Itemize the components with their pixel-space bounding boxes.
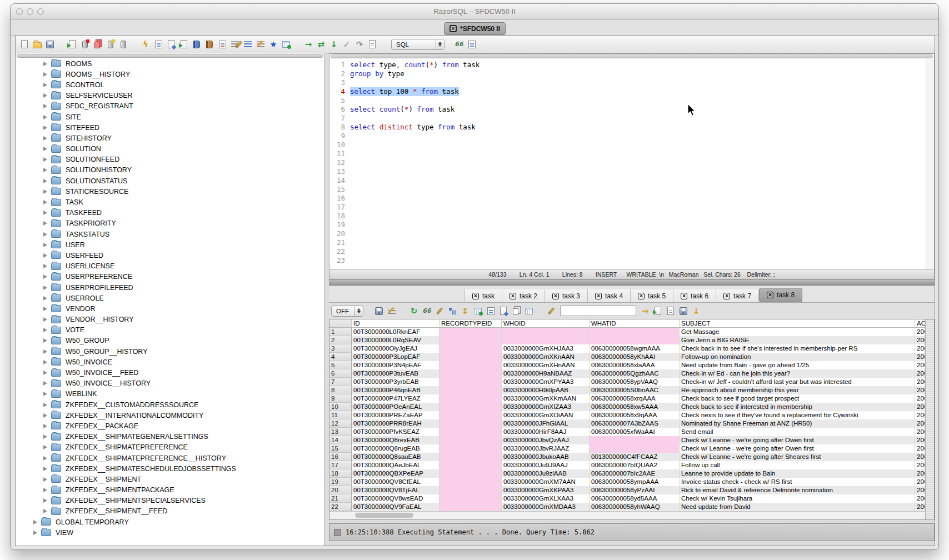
database-cylinder-icon[interactable] bbox=[118, 39, 129, 50]
tree-item[interactable]: ROOMS__HISTORY bbox=[16, 69, 324, 79]
results-tab-task-5[interactable]: ×task 5 bbox=[631, 289, 673, 302]
disclosure-triangle-icon[interactable] bbox=[43, 211, 47, 215]
results-tab-task-4[interactable]: ×task 4 bbox=[588, 289, 631, 302]
tree-item[interactable]: USERPROFILEFEED bbox=[16, 282, 324, 293]
grid-row[interactable]: 2100T3000000QV8wsEAD0033000000GmXLXAA300… bbox=[329, 494, 925, 503]
column-select-icon[interactable] bbox=[485, 306, 496, 317]
disclosure-triangle-icon[interactable] bbox=[43, 477, 47, 482]
disclosure-triangle-icon[interactable] bbox=[43, 179, 47, 183]
disclosure-triangle-icon[interactable] bbox=[43, 413, 47, 418]
disclosure-triangle-icon[interactable] bbox=[43, 147, 47, 151]
disclosure-triangle-icon[interactable] bbox=[43, 498, 47, 503]
grid-column-header[interactable]: WHATID bbox=[590, 319, 680, 328]
close-tab-icon[interactable]: × bbox=[510, 293, 516, 299]
disclosure-triangle-icon[interactable] bbox=[43, 434, 47, 439]
disclosure-triangle-icon[interactable] bbox=[43, 445, 47, 449]
disclosure-triangle-icon[interactable] bbox=[43, 232, 47, 237]
results-tab-task-3[interactable]: ×task 3 bbox=[545, 289, 588, 302]
tree-item[interactable]: ZKFEDEX__SHIPMATEPREFERENCE bbox=[16, 442, 324, 453]
grid-row[interactable]: 1200T3000000PRR8rEAH0033000000JFhGlAAL00… bbox=[329, 419, 925, 428]
code-line[interactable]: 13 bbox=[333, 167, 926, 176]
tree-item[interactable]: VOTE bbox=[16, 325, 324, 336]
rollback-arrow-icon[interactable]: ↷ bbox=[354, 39, 365, 50]
tree-item[interactable]: GLOBAL TEMPORARY bbox=[16, 517, 324, 527]
statement-type-select[interactable]: SQL bbox=[391, 39, 444, 50]
grid-column-header[interactable]: AC bbox=[915, 319, 925, 328]
table-refresh-icon[interactable] bbox=[472, 306, 483, 317]
minimize-window-button[interactable] bbox=[27, 8, 33, 15]
disclosure-triangle-icon[interactable] bbox=[43, 467, 47, 471]
results-tab-task-6[interactable]: ×task 6 bbox=[673, 289, 716, 302]
code-line[interactable]: 11 bbox=[333, 149, 926, 158]
disclosure-triangle-icon[interactable] bbox=[43, 200, 47, 204]
code-line[interactable]: 20 bbox=[333, 229, 926, 238]
grid-row[interactable]: 100T3000000L0RknEAFGet Massage200 bbox=[329, 328, 925, 336]
commit-check-icon[interactable]: ✓ bbox=[341, 39, 352, 50]
search-go-arrow-icon[interactable]: → bbox=[640, 306, 651, 317]
tree-item[interactable]: SITEFEED bbox=[16, 122, 324, 133]
tree-item[interactable]: SOLUTIONHISTORY bbox=[16, 165, 324, 176]
disclosure-triangle-icon[interactable] bbox=[43, 338, 47, 343]
edit-page-icon[interactable] bbox=[166, 39, 177, 50]
tree-item[interactable]: ZKFEDEX__SHIPMATEGENERALSETTINGS bbox=[16, 432, 324, 442]
grid-row[interactable]: 1000T3000000POeAnEAL0033000000GmXIZAA300… bbox=[329, 403, 925, 411]
grid-row[interactable]: 600T3000000P3tuvEAB0033000000H9aNBAAZ006… bbox=[329, 369, 925, 378]
results-list-icon[interactable] bbox=[466, 39, 477, 50]
disclosure-triangle-icon[interactable] bbox=[43, 286, 47, 290]
sort-updown-icon[interactable]: ↕ bbox=[459, 306, 471, 317]
disclosure-triangle-icon[interactable] bbox=[43, 371, 47, 375]
tree-item[interactable]: ZKFEDEX__INTERNATIONALCOMMODITY bbox=[16, 410, 324, 421]
code-line[interactable]: 10 bbox=[333, 141, 926, 149]
close-tab-icon[interactable]: × bbox=[723, 293, 730, 299]
code-line[interactable]: 18 bbox=[333, 212, 926, 221]
disclosure-triangle-icon[interactable] bbox=[43, 328, 47, 332]
tree-item[interactable]: SOLUTION bbox=[16, 144, 324, 154]
table-copy-icon[interactable] bbox=[523, 306, 535, 317]
grid-row[interactable]: 500T3000000P3N4pEAF0033000000GmXHnAAN006… bbox=[329, 361, 925, 369]
grid-row[interactable]: 1600T3000000Q8sauEAB0033000000JbukoAAB00… bbox=[329, 453, 925, 461]
code-line[interactable]: 1select type, count(*) from task bbox=[333, 61, 926, 69]
tree-top-scrollbar[interactable] bbox=[17, 54, 323, 58]
tree-item[interactable]: ZKFEDEX__SHIPMENTPACKAGE bbox=[16, 485, 324, 496]
code-line[interactable]: 15 bbox=[333, 185, 926, 194]
grid-row[interactable]: 800T3000000P46qnEAB0033000000H9i0pAAB006… bbox=[329, 386, 925, 394]
book-blue-icon[interactable] bbox=[191, 39, 202, 50]
code-line[interactable]: 16 bbox=[333, 194, 926, 203]
import-alert-icon[interactable] bbox=[79, 39, 91, 50]
disclosure-triangle-icon[interactable] bbox=[43, 83, 47, 87]
code-line[interactable]: 8select distinct type from task bbox=[333, 123, 926, 132]
describe-glasses-icon[interactable]: 66 bbox=[453, 39, 464, 50]
disclosure-triangle-icon[interactable] bbox=[43, 488, 47, 492]
tree-item[interactable]: W50_INVOICE__HISTORY bbox=[16, 378, 324, 389]
grid-column-header[interactable]: SUBJECT bbox=[680, 319, 915, 328]
tree-item[interactable]: USERFEED bbox=[16, 250, 324, 261]
grid-column-header[interactable]: ID bbox=[352, 319, 439, 328]
tree-item[interactable]: VENDOR bbox=[16, 303, 324, 314]
export-table-icon[interactable] bbox=[105, 39, 116, 50]
disclosure-triangle-icon[interactable] bbox=[43, 62, 47, 66]
favorites-star-icon[interactable]: ★ bbox=[268, 39, 279, 50]
execute-lightning-icon[interactable]: ϟ bbox=[140, 39, 151, 50]
limit-stepper-icon[interactable] bbox=[354, 306, 363, 316]
code-line[interactable]: 6select count(*) from task bbox=[333, 105, 926, 114]
tree-item[interactable]: TASKFEED bbox=[16, 208, 324, 218]
save-grid-icon[interactable] bbox=[678, 306, 689, 317]
tree-item[interactable]: TASKSTATUS bbox=[16, 229, 324, 239]
grid-row[interactable]: 1100T3000000PREZaEAP0033000000GmXOiAAN00… bbox=[329, 411, 925, 419]
disclosure-triangle-icon[interactable] bbox=[43, 189, 47, 194]
tree-item[interactable]: SOLUTIONSTATUS bbox=[16, 176, 324, 186]
grid-row[interactable]: 1800T3000000QBXPeEAP0033000000Ju9zlAAB00… bbox=[329, 469, 925, 478]
highlight-pen-icon[interactable] bbox=[546, 306, 557, 317]
disclosure-triangle-icon[interactable] bbox=[33, 520, 37, 524]
code-line[interactable]: 22 bbox=[333, 247, 926, 256]
tree-item[interactable]: ZKFEDEX__SHIPMATEPREFERENCE__HISTORY bbox=[16, 453, 324, 463]
disclosure-triangle-icon[interactable] bbox=[43, 168, 47, 172]
sort-pencil-icon[interactable] bbox=[229, 39, 241, 50]
disclosure-triangle-icon[interactable] bbox=[43, 424, 47, 428]
grid-search-input[interactable] bbox=[560, 306, 636, 316]
code-line[interactable]: 23 bbox=[333, 256, 926, 265]
close-tab-icon[interactable]: × bbox=[552, 293, 559, 299]
copy-results-icon[interactable] bbox=[511, 306, 522, 317]
disclosure-triangle-icon[interactable] bbox=[43, 392, 47, 396]
code-line[interactable]: 7 bbox=[333, 114, 926, 123]
